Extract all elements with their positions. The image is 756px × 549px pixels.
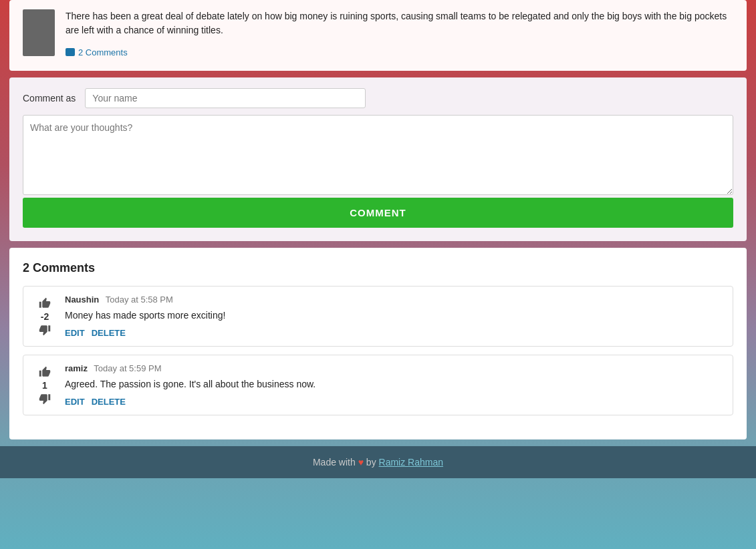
comment-item-2: 1 ramiz Today at 5:59 PM Agreed. The pas… bbox=[23, 355, 733, 415]
footer-by-text: by bbox=[366, 457, 376, 468]
comment-text-2: Agreed. The passion is gone. It's all ab… bbox=[65, 377, 722, 391]
comment-meta-2: ramiz Today at 5:59 PM bbox=[65, 363, 722, 373]
vote-count-2: 1 bbox=[42, 381, 47, 390]
upvote-button-2[interactable] bbox=[37, 365, 52, 379]
comment-time-1: Today at 5:58 PM bbox=[106, 295, 173, 305]
comment-text-1: Money has made sports more exciting! bbox=[65, 309, 722, 323]
comment-as-row: Comment as bbox=[23, 88, 733, 108]
delete-button-1[interactable]: DELETE bbox=[92, 328, 126, 338]
comment-actions-2: EDIT DELETE bbox=[65, 397, 722, 407]
comment-body-2: ramiz Today at 5:59 PM Agreed. The passi… bbox=[65, 363, 722, 407]
article-content: There has been a great deal of debate la… bbox=[66, 9, 733, 59]
comment-as-label: Comment as bbox=[23, 93, 76, 104]
comment-name-input[interactable] bbox=[85, 88, 366, 108]
comments-heading: 2 Comments bbox=[23, 261, 733, 275]
vote-col-1: -2 bbox=[34, 295, 55, 338]
article-avatar bbox=[23, 9, 55, 56]
comment-actions-1: EDIT DELETE bbox=[65, 328, 722, 338]
footer-author-name: Ramiz Rahman bbox=[379, 457, 443, 468]
footer-heart: ♥ bbox=[358, 457, 364, 468]
edit-button-1[interactable]: EDIT bbox=[65, 328, 85, 338]
comment-time-2: Today at 5:59 PM bbox=[94, 363, 161, 373]
article-text: There has been a great deal of debate la… bbox=[66, 9, 733, 37]
delete-button-2[interactable]: DELETE bbox=[92, 397, 126, 407]
edit-button-2[interactable]: EDIT bbox=[65, 397, 85, 407]
upvote-button-1[interactable] bbox=[37, 296, 52, 311]
thumb-up-icon-1 bbox=[39, 297, 51, 309]
comment-author-1: Naushin bbox=[65, 295, 99, 305]
thumb-down-icon-1 bbox=[39, 324, 51, 336]
comment-item-1: -2 Naushin Today at 5:58 PM Money has ma… bbox=[23, 286, 733, 347]
comment-textarea[interactable] bbox=[23, 115, 733, 195]
comment-bubble-icon bbox=[66, 48, 75, 56]
comments-link-text: 2 Comments bbox=[78, 47, 128, 57]
comments-list-section: 2 Comments -2 Naushin Today at 5:58 PM M… bbox=[9, 248, 747, 439]
thumb-down-icon-2 bbox=[39, 393, 51, 405]
thumb-up-icon-2 bbox=[39, 366, 51, 378]
vote-col-2: 1 bbox=[34, 363, 55, 407]
comment-body-1: Naushin Today at 5:58 PM Money has made … bbox=[65, 295, 722, 338]
comment-meta-1: Naushin Today at 5:58 PM bbox=[65, 295, 722, 305]
footer-made-with: Made with bbox=[313, 457, 356, 468]
vote-count-1: -2 bbox=[41, 312, 49, 321]
footer: Made with ♥ by Ramiz Rahman bbox=[0, 446, 756, 478]
comments-link[interactable]: 2 Comments bbox=[66, 47, 128, 57]
comment-form-section: Comment as COMMENT bbox=[9, 77, 747, 241]
comment-author-2: ramiz bbox=[65, 363, 88, 373]
article-card: There has been a great deal of debate la… bbox=[9, 0, 747, 71]
downvote-button-1[interactable] bbox=[37, 323, 52, 337]
footer-author-link[interactable]: Ramiz Rahman bbox=[379, 457, 443, 468]
downvote-button-2[interactable] bbox=[37, 391, 52, 406]
comment-submit-button[interactable]: COMMENT bbox=[23, 198, 733, 228]
